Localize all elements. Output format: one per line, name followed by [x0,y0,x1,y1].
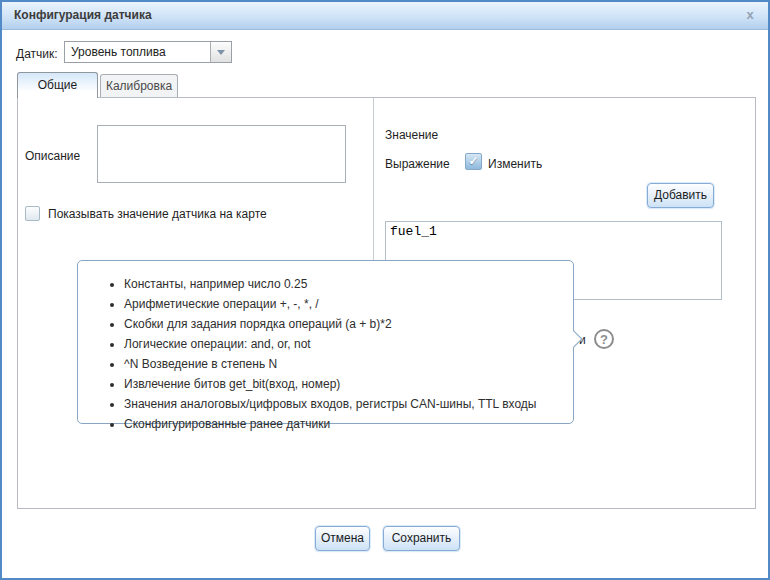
sensor-select[interactable]: Уровень топлива [64,41,232,63]
show-on-map-checkbox[interactable] [25,206,40,221]
add-button[interactable]: Добавить [647,183,714,208]
check-icon: ✓ [466,154,481,169]
show-on-map-label: Показывать значение датчика на карте [48,207,267,221]
tab-general-label: Общие [38,78,77,92]
sensor-label: Датчик: [16,47,58,61]
tooltip-item: Логические операции: and, or, not [124,336,565,352]
value-label: Значение [385,128,438,142]
tooltip-item-list: Константы, например число 0.25Арифметиче… [78,261,573,444]
save-button[interactable]: Сохранить [383,526,460,551]
edit-checkbox[interactable]: ✓ [465,153,482,170]
tooltip-item: Скобки для задания порядка операций (a +… [124,316,565,332]
help-icon[interactable]: ? [594,329,614,349]
tooltip-item: Извлечение битов get_bit(вход, номер) [124,376,565,392]
tooltip-item: Сконфигурированные ранее датчики [124,416,565,432]
description-input[interactable] [97,125,346,183]
tab-calibration[interactable]: Калибровка [100,74,178,98]
tab-calibration-label: Калибровка [106,79,172,93]
expression-help-tooltip: Константы, например число 0.25Арифметиче… [77,260,574,424]
cancel-button[interactable]: Отмена [315,526,370,551]
tab-general[interactable]: Общие [17,72,98,98]
tooltip-item: Значения аналоговых/цифровых входов, рег… [124,396,565,412]
expression-label: Выражение [385,157,450,171]
dialog-titlebar: Конфигурация датчика x [2,2,768,30]
tooltip-item: ^N Возведение в степень N [124,356,565,372]
description-label: Описание [25,149,80,163]
sensor-select-trigger[interactable] [210,42,231,62]
sensor-select-value: Уровень топлива [71,42,207,62]
sensor-config-dialog: Конфигурация датчика x Датчик: Уровень т… [0,0,770,580]
tooltip-item: Константы, например число 0.25 [124,276,565,292]
chevron-down-icon [217,50,225,55]
edit-checkbox-label: Изменить [488,157,542,171]
close-icon[interactable]: x [742,7,758,23]
dialog-title: Конфигурация датчика [14,2,152,29]
tooltip-item: Арифметические операции +, -, *, / [124,296,565,312]
